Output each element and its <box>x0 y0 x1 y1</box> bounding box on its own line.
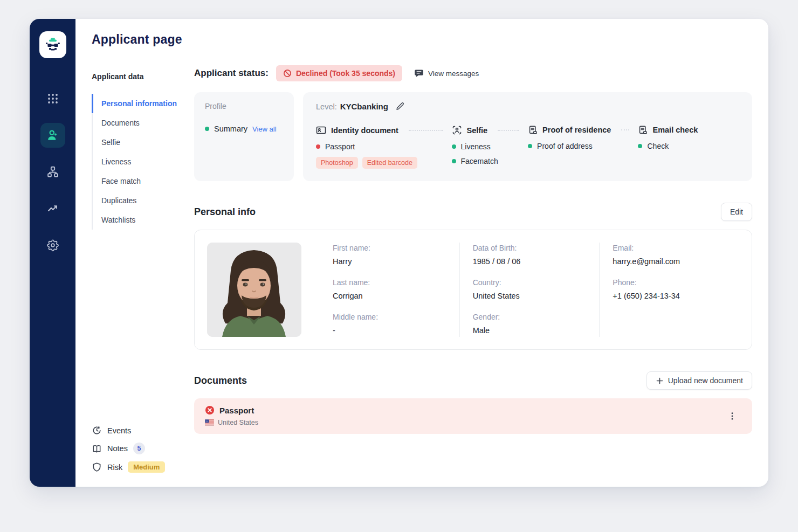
profile-card-title: Profile <box>205 102 283 110</box>
document-icon <box>638 125 648 135</box>
subnav-item-documents[interactable]: Documents <box>92 113 194 133</box>
sidebar-nav <box>40 86 65 258</box>
notes-link[interactable]: Notes 5 <box>92 443 194 454</box>
check-name: Selfie <box>467 126 488 135</box>
org-structure-icon[interactable] <box>40 160 65 184</box>
check-identity-document: Identity document Passport <box>316 125 443 169</box>
status-declined-badge: Declined (Took 35 seconds) <box>276 65 402 81</box>
fields-column-2: Data of Birth: 1985 / 08 / 06 Country: U… <box>459 243 600 337</box>
events-link[interactable]: Events <box>92 425 194 436</box>
field-phone: Phone: +1 (650) 234-13-34 <box>613 278 726 300</box>
summary-status-dot <box>205 127 209 131</box>
check-email: Email check Check <box>638 125 739 169</box>
summary-label: Summary <box>214 125 247 133</box>
checks-row: Identity document Passport <box>316 125 739 169</box>
edit-button[interactable]: Edit <box>721 203 752 221</box>
check-connector <box>621 129 629 130</box>
document-info: Passport <box>205 405 258 426</box>
fields-column-1: First name: Harry Last name: Corrigan Mi… <box>320 243 459 337</box>
risk-shield-icon <box>92 462 102 472</box>
content: Applicant status: Declined (Took 35 seco… <box>194 65 768 487</box>
check-name: Email check <box>652 126 698 134</box>
field-last-name: Last name: Corrigan <box>333 278 446 300</box>
check-connector <box>498 130 519 131</box>
edit-level-button[interactable] <box>395 102 404 111</box>
body-row: Applicant data Personal information Docu… <box>75 65 768 487</box>
level-row: Level: KYCbanking <box>316 102 739 111</box>
rejection-tags: Photoshop Edited barcode <box>316 157 443 169</box>
check-connector <box>409 130 443 131</box>
subnav-item-face-match[interactable]: Face match <box>92 171 194 191</box>
subnav-item-duplicates[interactable]: Duplicates <box>92 191 194 210</box>
personal-info-card: First name: Harry Last name: Corrigan Mi… <box>194 230 752 350</box>
check-selfie: Selfie Liveness <box>452 125 520 169</box>
pass-status-dot <box>452 159 456 163</box>
profile-card: Profile Summary View all <box>194 92 294 181</box>
documents-title: Documents <box>194 375 247 386</box>
status-text: Declined (Took 35 seconds) <box>296 69 395 78</box>
subnav-list: Personal information Documents Selfie Li… <box>92 94 194 230</box>
fail-status-dot <box>316 144 320 149</box>
check-item-email: Check <box>638 142 739 150</box>
field-email: Email: harry.e@gmail.com <box>613 244 726 266</box>
events-label: Events <box>107 426 131 435</box>
chat-bubble-icon <box>414 68 424 78</box>
app-window: Applicant page Applicant data Personal i… <box>30 19 768 487</box>
sidebar <box>30 19 75 487</box>
document-menu-button[interactable] <box>723 409 741 423</box>
subnav-item-selfie[interactable]: Selfie <box>92 133 194 152</box>
notes-label: Notes <box>107 444 128 453</box>
notes-book-icon <box>92 444 102 454</box>
subnav-item-liveness[interactable]: Liveness <box>92 152 194 171</box>
id-card-icon <box>316 125 326 135</box>
settings-icon[interactable] <box>40 233 65 258</box>
document-row-passport[interactable]: Passport <box>194 398 752 434</box>
check-item-passport: Passport <box>316 142 443 151</box>
page-title: Applicant page <box>92 32 768 47</box>
pencil-icon <box>395 102 404 111</box>
subnav-footer: Events Notes 5 Risk <box>92 425 194 487</box>
subnav-item-watchlists[interactable]: Watchlists <box>92 210 194 230</box>
applicant-photo <box>207 243 301 337</box>
us-flag-icon <box>205 419 214 426</box>
documents-header: Documents Upload new document <box>194 371 752 390</box>
upload-new-document-button[interactable]: Upload new document <box>646 371 752 390</box>
risk-label: Risk <box>107 463 122 472</box>
plus-icon <box>656 377 664 385</box>
check-name: Proof of residence <box>542 126 611 134</box>
summary-cards-row: Profile Summary View all Level: KYCbanki… <box>194 92 752 181</box>
check-item-proof-of-address: Proof of address <box>528 142 629 150</box>
personal-info-header: Personal info Edit <box>194 203 752 221</box>
level-label: Level: <box>316 102 337 111</box>
page-header: Applicant page <box>75 19 768 47</box>
personal-info-fields: First name: Harry Last name: Corrigan Mi… <box>320 243 739 337</box>
field-middle-name: Middle name: - <box>333 313 446 335</box>
fields-column-3: Email: harry.e@gmail.com Phone: +1 (650)… <box>599 243 739 337</box>
field-first-name: First name: Harry <box>333 244 446 266</box>
kebab-menu-icon <box>727 411 737 421</box>
field-date-of-birth: Data of Birth: 1985 / 08 / 06 <box>473 244 587 266</box>
tag-photoshop: Photoshop <box>316 157 358 169</box>
rejected-x-circle-icon <box>205 405 215 415</box>
personal-info-title: Personal info <box>194 206 256 218</box>
applicant-status-label: Applicant status: <box>194 68 269 79</box>
view-messages-button[interactable]: View messages <box>414 68 479 78</box>
main-area: Applicant page Applicant data Personal i… <box>75 19 768 487</box>
pass-status-dot <box>452 144 456 149</box>
field-country: Country: United States <box>473 278 587 300</box>
check-item-liveness: Liveness <box>452 142 520 151</box>
analytics-icon[interactable] <box>40 196 65 221</box>
risk-level-badge: Medium <box>128 461 165 473</box>
sumsub-logo[interactable] <box>39 31 66 58</box>
prohibited-icon <box>283 69 292 78</box>
profile-summary-row: Summary View all <box>205 125 283 133</box>
view-all-link[interactable]: View all <box>252 125 277 133</box>
check-item-facematch: Facematch <box>452 157 520 165</box>
notes-count-badge: 5 <box>133 443 145 454</box>
risk-link[interactable]: Risk Medium <box>92 461 194 473</box>
subnav-item-personal-information[interactable]: Personal information <box>92 94 194 113</box>
document-name: Passport <box>219 406 254 415</box>
apps-grid-icon[interactable] <box>40 86 65 111</box>
tag-edited-barcode: Edited barcode <box>362 157 417 169</box>
users-icon[interactable] <box>40 123 65 148</box>
